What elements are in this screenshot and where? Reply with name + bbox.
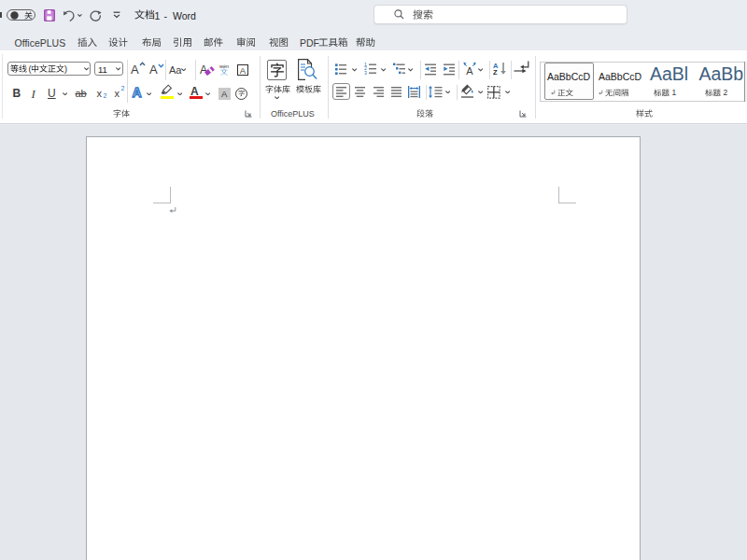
svg-text:3: 3	[364, 70, 367, 76]
svg-text:Z: Z	[493, 68, 498, 76]
svg-text:A: A	[466, 65, 473, 77]
